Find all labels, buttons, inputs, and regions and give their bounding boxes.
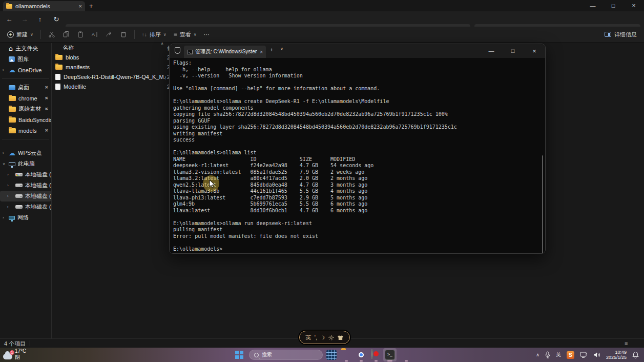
start-button[interactable]: [235, 351, 243, 359]
terminal-body[interactable]: Flags: -h, --help help for ollama -v, --…: [170, 58, 545, 253]
rename-button[interactable]: A: [91, 31, 98, 38]
more-options-button[interactable]: ···: [204, 31, 210, 37]
cast-display-icon[interactable]: [580, 352, 588, 358]
file-row-manifests[interactable]: manifests2: [53, 62, 171, 72]
chevron-right-icon[interactable]: ›: [7, 205, 9, 209]
back-button[interactable]: ←: [3, 13, 15, 26]
terminal-close-button[interactable]: ×: [524, 44, 545, 58]
toolbar-divider: [40, 30, 41, 39]
explorer-minimize-button[interactable]: —: [583, 0, 603, 11]
drive-c-icon: [15, 173, 23, 176]
column-header-name[interactable]: 名称 ∧ 修: [53, 43, 171, 52]
sidebar-divider: [2, 139, 49, 139]
sidebar-item-drive-d[interactable]: ›本地磁盘 (D:): [0, 180, 51, 191]
input-language-indicator[interactable]: 英: [556, 351, 561, 358]
sidebar-item-drive-e[interactable]: ›本地磁盘 (E:): [0, 191, 51, 202]
taskbar-recorder-icon[interactable]: [371, 349, 373, 359]
taskbar-weather-widget[interactable]: 1 17°C阴: [3, 348, 26, 360]
sidebar-item-wps-cloud[interactable]: ›☁WPS云盘: [0, 148, 51, 158]
sidebar-item-models[interactable]: models✚: [0, 125, 51, 136]
view-button[interactable]: ≡ 查看 ∨: [174, 31, 197, 38]
new-tab-button[interactable]: +: [89, 2, 93, 10]
paste-button[interactable]: [77, 31, 84, 38]
notification-bell-icon[interactable]: [632, 351, 639, 358]
explorer-close-button[interactable]: ×: [624, 0, 644, 11]
sogou-input-icon[interactable]: S: [567, 351, 574, 359]
terminal-minimize-button[interactable]: —: [481, 44, 502, 58]
file-row-blobs[interactable]: blobs2: [53, 52, 171, 62]
sidebar-item-baidusyncdisk[interactable]: BaiduSyncdisk✚: [0, 114, 51, 125]
taskbar-search-box[interactable]: 搜索: [249, 350, 323, 360]
file-row-modelfile[interactable]: Modelfile2: [53, 82, 171, 91]
sidebar-item-onedrive[interactable]: ›☁OneDrive: [0, 65, 51, 75]
sidebar-item-raw-material[interactable]: 原始素材✚: [0, 104, 51, 114]
terminal-new-tab-button[interactable]: +: [270, 47, 273, 53]
ime-punctuation-toggle[interactable]: ’,: [314, 334, 317, 340]
sort-button[interactable]: ↑↓ 排序 ∨: [142, 31, 167, 38]
terminal-tab-dropdown[interactable]: ∨: [280, 47, 283, 51]
drive-d-icon: [15, 184, 23, 187]
forward-button[interactable]: →: [18, 13, 31, 26]
ime-skin-shirt-icon[interactable]: [337, 335, 344, 340]
cut-button[interactable]: [48, 31, 55, 38]
microphone-icon[interactable]: [545, 351, 550, 358]
copy-button[interactable]: [63, 31, 70, 38]
paste-icon: [77, 31, 84, 38]
folder-icon: [9, 117, 16, 123]
sidebar-item-drive-c[interactable]: ›本地磁盘 (C:): [0, 169, 51, 180]
sidebar-item-home[interactable]: ⌂主文件夹: [0, 43, 51, 54]
taskbar-file-explorer-icon[interactable]: [341, 350, 351, 360]
admin-shield-icon: [175, 47, 180, 54]
refresh-button[interactable]: ↻: [50, 13, 63, 26]
view-button-label: 查看: [180, 31, 191, 38]
ime-toolbar[interactable]: 英 ’, ☽: [299, 331, 350, 344]
terminal-maximize-button[interactable]: □: [502, 44, 524, 58]
chevron-right-icon[interactable]: ›: [3, 68, 4, 72]
taskbar-terminal-icon[interactable]: >_: [385, 350, 395, 360]
terminal-title-bar[interactable]: >_ 管理员: C:\Windows\System32 × + ∨ — □ ×: [170, 44, 545, 58]
taskbar-notepad-icon[interactable]: [401, 350, 411, 360]
drive-e-icon: [15, 194, 23, 198]
chevron-down-icon[interactable]: ∨: [3, 162, 5, 166]
details-view-toggle[interactable]: ≡: [625, 340, 631, 346]
chevron-right-icon[interactable]: ›: [3, 215, 4, 220]
up-button[interactable]: ↑: [34, 13, 46, 26]
sidebar-item-desktop[interactable]: 桌面✚: [0, 82, 51, 93]
ime-lang-toggle[interactable]: 英: [305, 334, 311, 341]
running-indicator: [405, 360, 408, 361]
weather-cloud-icon: 1: [3, 354, 12, 359]
sidebar-item-chrome[interactable]: chrome✚: [0, 93, 51, 104]
tray-chevron-up-icon[interactable]: ∧: [536, 352, 539, 357]
sidebar-item-network[interactable]: ›网络: [0, 212, 51, 223]
taskbar-calculator-icon[interactable]: [326, 350, 337, 360]
terminal-window: >_ 管理员: C:\Windows\System32 × + ∨ — □ × …: [169, 44, 546, 254]
file-row-gguf[interactable]: DeepSeek-R1-Distill-Qwen-7B-Q4_K_M.gguf2: [53, 72, 171, 82]
ime-fullwidth-moon-icon[interactable]: ☽: [320, 335, 325, 340]
sidebar-item-drive-f[interactable]: ›本地磁盘 (F:): [0, 202, 51, 212]
search-icon: [254, 353, 259, 357]
sidebar-item-gallery[interactable]: 图库: [0, 54, 51, 65]
new-button[interactable]: + 新建 ∨: [7, 31, 33, 38]
terminal-tab-close-icon[interactable]: ×: [260, 49, 263, 55]
terminal-tab[interactable]: >_ 管理员: C:\Windows\System32 ×: [184, 46, 266, 58]
terminal-scrollbar[interactable]: [542, 155, 543, 253]
wps-cloud-icon: ☁: [9, 150, 15, 156]
taskbar-clock[interactable]: 10:492025/1/25: [606, 350, 627, 360]
explorer-tab[interactable]: ollamamodels ×: [3, 1, 85, 11]
share-button[interactable]: [106, 31, 113, 38]
explorer-restore-button[interactable]: □: [603, 0, 624, 11]
delete-button[interactable]: [120, 31, 127, 38]
details-pane-button[interactable]: 详细信息: [605, 31, 637, 38]
tab-close-icon[interactable]: ×: [79, 3, 82, 9]
speaker-icon[interactable]: [593, 352, 600, 358]
chevron-right-icon[interactable]: ›: [7, 172, 9, 177]
weather-alert-badge: 1: [10, 350, 14, 355]
mouse-cursor: [209, 179, 215, 189]
share-icon: [106, 31, 113, 38]
sidebar-item-this-pc[interactable]: ∨此电脑: [0, 158, 51, 169]
ime-settings-gear-icon[interactable]: [328, 335, 334, 340]
chevron-right-icon[interactable]: ›: [7, 194, 9, 198]
chevron-right-icon[interactable]: ›: [3, 151, 4, 155]
chevron-right-icon[interactable]: ›: [7, 183, 9, 188]
terminal-output[interactable]: Flags: -h, --help help for ollama -v, --…: [173, 60, 457, 252]
